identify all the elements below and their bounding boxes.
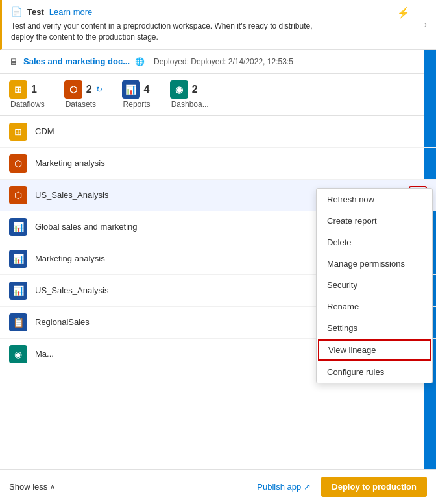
stat-datasets[interactable]: ⬡ 2 ↻ Datasets [64,80,103,109]
reports-count: 4 [144,84,150,95]
banner-title-row: 📄 Test Learn more ⚡ › [11,6,427,17]
workspace-name[interactable]: Sales and marketing doc... [23,56,130,66]
context-menu-refresh[interactable]: Refresh now [317,189,432,210]
stat-dataflows[interactable]: ⊞ 1 Dataflows [9,80,45,109]
context-menu-configure-rules[interactable]: Configure rules [317,361,432,383]
banner-chevron-icon[interactable]: › [424,20,427,29]
test-banner: 📄 Test Learn more ⚡ › Test and verify yo… [0,0,436,50]
context-menu-settings[interactable]: Settings [317,317,432,339]
lightning-icon: ⚡ [397,6,410,19]
list-item[interactable]: ⬡ Marketing analysis [0,148,436,180]
report-icon: 📊 [9,218,27,236]
stat-reports-icon-row: 📊 4 [122,80,150,99]
deploy-icon: 🌐 [135,57,145,66]
stat-dashboards[interactable]: ◉ 2 Dashboa... [170,80,209,109]
context-menu: Refresh now Create report Delete Manage … [316,188,433,383]
dataflows-label: Dataflows [9,100,45,109]
paginated-report-icon: 📋 [9,313,27,331]
dashboards-icon: ◉ [170,80,188,99]
monitor-icon: 🖥 [9,56,18,67]
list-item[interactable]: ⊞ CDM [0,116,436,148]
context-menu-security[interactable]: Security [317,274,432,296]
show-less-label: Show less [9,482,47,492]
deploy-to-production-button[interactable]: Deploy to production [321,477,427,497]
context-menu-manage-permissions[interactable]: Manage permissions [317,253,432,274]
stat-datasets-icon-row: ⬡ 2 ↻ [64,80,103,99]
report-icon: 📊 [9,282,27,300]
publish-app-button[interactable]: Publish app ↗ [257,482,311,492]
publish-arrow-icon: ↗ [304,482,311,492]
document-icon: 📄 [11,6,22,17]
dashboards-label: Dashboa... [170,100,209,109]
item-name: CDM [35,126,427,136]
context-menu-delete[interactable]: Delete [317,232,432,253]
reports-label: Reports [122,100,151,109]
dataset-icon: ⬡ [9,186,27,204]
context-menu-create-report[interactable]: Create report [317,210,432,232]
dataflows-icon: ⊞ [9,80,27,99]
dataflow-icon: ⊞ [9,123,27,141]
reports-icon: 📊 [122,80,140,99]
dataset-icon: ⬡ [9,154,27,173]
stats-row: ⊞ 1 Dataflows ⬡ 2 ↻ Datasets 📊 4 Reports… [0,74,436,116]
dashboard-icon: ◉ [9,345,27,363]
datasets-icon: ⬡ [64,80,82,99]
context-menu-rename[interactable]: Rename [317,296,432,317]
show-less-button[interactable]: Show less ∧ [9,482,55,492]
chevron-up-icon: ∧ [50,483,55,491]
banner-description: Test and verify your content in a prepro… [11,21,322,43]
datasets-label: Datasets [64,100,96,109]
banner-title: Test [27,7,44,17]
stat-dashboards-icon-row: ◉ 2 [170,80,198,99]
stat-dataflows-icon-row: ⊞ 1 [9,80,37,99]
deployed-label: Deployed: Deployed: 2/14/2022, 12:53:5 [154,57,293,66]
dashboards-count: 2 [192,84,198,95]
learn-more-link[interactable]: Learn more [49,7,92,17]
datasets-count: 2 [86,84,92,95]
workspace-header: 🖥 Sales and marketing doc... 🌐 Deployed:… [0,50,436,74]
dataflows-count: 1 [31,84,37,95]
item-name: Marketing analysis [35,158,427,168]
footer: Show less ∧ Publish app ↗ Deploy to prod… [0,469,436,504]
publish-label: Publish app [257,482,301,492]
refresh-icon[interactable]: ↻ [96,85,103,94]
main-container: 🌐 📄 Test Learn more ⚡ › Test and verify … [0,0,436,504]
stat-reports[interactable]: 📊 4 Reports [122,80,151,109]
context-menu-view-lineage[interactable]: View lineage [318,339,431,361]
report-icon: 📊 [9,250,27,268]
